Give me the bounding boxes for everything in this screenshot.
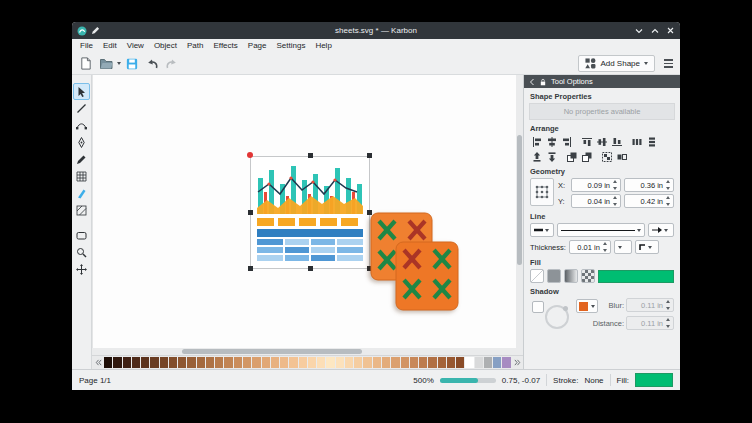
- palette-swatch[interactable]: [169, 357, 177, 368]
- vertical-scrollbar-thumb[interactable]: [517, 135, 522, 265]
- selection-handle-left[interactable]: [248, 210, 253, 215]
- artwork-sheets-icon[interactable]: [370, 212, 459, 311]
- horizontal-scrollbar-thumb[interactable]: [182, 349, 362, 354]
- fill-solid-button[interactable]: [547, 269, 561, 283]
- select-tool[interactable]: [73, 83, 90, 100]
- open-dropdown-arrow[interactable]: [117, 62, 121, 65]
- palette-swatch[interactable]: [391, 357, 399, 368]
- palette-swatch[interactable]: [187, 357, 195, 368]
- align-right-button[interactable]: [560, 135, 574, 148]
- palette-swatch[interactable]: [299, 357, 307, 368]
- line-style-combo[interactable]: [557, 223, 645, 237]
- palette-swatch[interactable]: [123, 357, 131, 368]
- line-marker-combo[interactable]: [648, 223, 674, 237]
- align-hcenter-button[interactable]: [545, 135, 559, 148]
- collapse-arrow-icon[interactable]: [529, 78, 535, 86]
- palette-swatch[interactable]: [141, 357, 149, 368]
- shape-tool[interactable]: [73, 227, 90, 244]
- palette-swatch[interactable]: [465, 357, 473, 368]
- palette-swatch[interactable]: [326, 357, 334, 368]
- align-bottom-button[interactable]: [610, 135, 624, 148]
- palette-swatch[interactable]: [289, 357, 297, 368]
- add-shape-button[interactable]: Add Shape: [578, 55, 655, 72]
- align-top-button[interactable]: [580, 135, 594, 148]
- menu-view[interactable]: View: [122, 39, 149, 53]
- grid-snap-tool[interactable]: [73, 168, 90, 185]
- selection-handle-bottom-left[interactable]: [248, 266, 253, 271]
- palette-swatch[interactable]: [178, 357, 186, 368]
- palette-swatch[interactable]: [262, 357, 270, 368]
- palette-swatch[interactable]: [475, 357, 483, 368]
- distribute-vertical-button[interactable]: [645, 135, 659, 148]
- spinner-arrows-icon[interactable]: [612, 196, 618, 206]
- menu-path[interactable]: Path: [182, 39, 208, 53]
- shadow-distance-input[interactable]: 0.11 in: [626, 316, 674, 330]
- palette-swatch[interactable]: [401, 357, 409, 368]
- lock-icon[interactable]: [539, 78, 547, 86]
- zoom-value[interactable]: 500%: [413, 376, 433, 385]
- line-join-combo[interactable]: [635, 240, 659, 254]
- pen-tool[interactable]: [73, 134, 90, 151]
- spinner-arrows-icon[interactable]: [665, 196, 671, 206]
- geometry-y-input[interactable]: 0.04 in: [571, 194, 621, 208]
- zoom-tool[interactable]: [73, 244, 90, 261]
- palette-swatch[interactable]: [113, 357, 121, 368]
- pan-tool[interactable]: [73, 261, 90, 278]
- geometry-height-input[interactable]: 0.42 in: [624, 194, 674, 208]
- fill-none-button[interactable]: [530, 269, 544, 283]
- selection-handle-top-right[interactable]: [367, 153, 372, 158]
- align-vcenter-button[interactable]: [595, 135, 609, 148]
- palette-swatch[interactable]: [150, 357, 158, 368]
- raise-button[interactable]: [530, 150, 544, 163]
- palette-swatch[interactable]: [456, 357, 464, 368]
- titlebar[interactable]: sheets.svg * — Karbon: [72, 22, 680, 39]
- ungroup-button[interactable]: [615, 150, 629, 163]
- docker-header[interactable]: Tool Options: [524, 75, 680, 88]
- palette-swatch[interactable]: [419, 357, 427, 368]
- group-button[interactable]: [600, 150, 614, 163]
- palette-swatch[interactable]: [336, 357, 344, 368]
- line-cap-combo[interactable]: [530, 223, 554, 237]
- palette-swatch[interactable]: [438, 357, 446, 368]
- spinner-arrows-icon[interactable]: [665, 180, 671, 190]
- palette-swatch[interactable]: [345, 357, 353, 368]
- palette-swatch[interactable]: [308, 357, 316, 368]
- fill-gradient-button[interactable]: [564, 269, 578, 283]
- spinner-arrows-icon[interactable]: [602, 242, 608, 252]
- toolbar-overflow-button[interactable]: [661, 56, 675, 71]
- spinner-arrows-icon[interactable]: [612, 180, 618, 190]
- undo-button[interactable]: [143, 55, 161, 72]
- selection-handle-bottom[interactable]: [308, 266, 313, 271]
- palette-swatch[interactable]: [502, 357, 510, 368]
- fill-color-swatch[interactable]: [635, 373, 673, 387]
- menu-effects[interactable]: Effects: [208, 39, 242, 53]
- palette-swatch[interactable]: [280, 357, 288, 368]
- freehand-pencil-tool[interactable]: [73, 151, 90, 168]
- stroke-value[interactable]: None: [584, 376, 603, 385]
- vertical-scrollbar[interactable]: [516, 75, 523, 348]
- palette-swatch[interactable]: [252, 357, 260, 368]
- menu-page[interactable]: Page: [243, 39, 272, 53]
- shadow-angle-handle[interactable]: [563, 306, 568, 311]
- fill-color-bar[interactable]: [598, 270, 674, 283]
- menu-object[interactable]: Object: [149, 39, 182, 53]
- distribute-horizontal-button[interactable]: [630, 135, 644, 148]
- menu-settings[interactable]: Settings: [271, 39, 310, 53]
- palette-swatch[interactable]: [317, 357, 325, 368]
- palette-swatch[interactable]: [382, 357, 390, 368]
- selected-image-object[interactable]: [250, 156, 370, 269]
- horizontal-scrollbar[interactable]: [92, 348, 523, 355]
- palette-scroll-right-button[interactable]: [513, 357, 521, 368]
- close-button[interactable]: [667, 27, 674, 34]
- menu-file[interactable]: File: [75, 39, 98, 53]
- maximize-button[interactable]: [651, 28, 659, 34]
- rotation-handle[interactable]: [247, 152, 253, 158]
- shadow-enable-checkbox[interactable]: [532, 301, 544, 313]
- palette-swatch[interactable]: [104, 357, 112, 368]
- palette-swatch[interactable]: [197, 357, 205, 368]
- pattern-edit-tool[interactable]: [73, 202, 90, 219]
- thickness-input[interactable]: 0.01 in: [569, 240, 611, 254]
- palette-swatch[interactable]: [206, 357, 214, 368]
- palette-swatch[interactable]: [410, 357, 418, 368]
- pencil-line-tool[interactable]: [73, 100, 90, 117]
